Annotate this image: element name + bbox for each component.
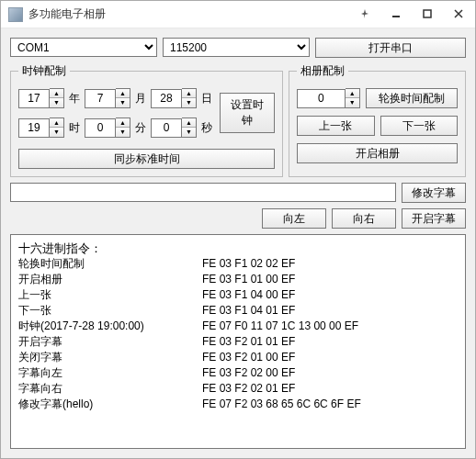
open-album-button[interactable]: 开启相册 [297,143,458,163]
log-line: 开启字幕FE 03 F2 01 01 EF [18,334,458,350]
subtitle-left-button[interactable]: 向左 [262,208,326,229]
log-line: 关闭字幕FE 03 F2 01 00 EF [18,350,458,365]
clock-legend: 时钟配制 [18,63,70,79]
log-line: 轮换时间配制FE 03 F1 02 02 EF [18,256,458,272]
day-spinner[interactable]: ▲▼ [151,88,197,108]
log-line: 开启相册FE 03 F1 01 00 EF [18,272,458,287]
app-icon [8,7,23,22]
maximize-button[interactable] [418,8,436,21]
month-spinner[interactable]: ▲▼ [85,88,130,108]
log-line: 字幕向左FE 03 F2 02 00 EF [18,365,458,381]
log-line: 时钟(2017-7-28 19:00:00)FE 07 F0 11 07 1C … [18,319,458,334]
album-legend: 相册配制 [297,63,348,79]
log-line: 上一张FE 03 F1 04 00 EF [18,287,458,303]
rotate-time-config-button[interactable]: 轮换时间配制 [366,88,458,108]
down-icon[interactable]: ▼ [50,98,63,107]
svg-rect-0 [392,16,400,17]
log-line: 字幕向右FE 03 F2 02 01 EF [18,381,458,397]
album-index-spinner[interactable]: ▲▼ [297,88,360,108]
log-line: 下一张FE 03 F1 04 01 EF [18,303,458,319]
sync-time-button[interactable]: 同步标准时间 [18,149,275,169]
window-title: 多功能电子相册 [28,6,356,22]
open-port-button[interactable]: 打开串口 [315,38,466,58]
subtitle-input[interactable] [10,183,396,202]
log-line: 修改字幕(hello)FE 07 F2 03 68 65 6C 6C 6F EF [18,397,458,412]
baud-rate-select[interactable]: 115200 [163,38,310,57]
second-spinner[interactable]: ▲▼ [151,118,197,138]
pin-button[interactable] [356,8,374,21]
next-image-button[interactable]: 下一张 [380,116,459,136]
set-clock-button[interactable]: 设置时钟 [220,93,275,133]
hour-spinner[interactable]: ▲▼ [18,118,64,138]
year-spinner[interactable]: ▲▼ [18,88,64,108]
prev-image-button[interactable]: 上一张 [297,116,375,136]
album-config-group: 相册配制 ▲▼ 轮换时间配制 上一张 下一张 开启相册 [289,63,466,177]
svg-rect-1 [424,10,431,17]
minute-spinner[interactable]: ▲▼ [85,118,130,138]
modify-subtitle-button[interactable]: 修改字幕 [402,183,466,203]
log-output: 十六进制指令： 轮换时间配制FE 03 F1 02 02 EF开启相册FE 03… [10,234,466,449]
minimize-button[interactable] [387,8,405,21]
subtitle-right-button[interactable]: 向右 [332,208,396,229]
client-area: COM1 115200 打开串口 时钟配制 ▲▼ 年 ▲▼ 月 [1,28,475,458]
close-button[interactable] [449,8,468,21]
up-icon[interactable]: ▲ [50,89,63,98]
titlebar: 多功能电子相册 [1,1,475,28]
app-window: 多功能电子相册 COM1 115200 打开串口 [0,0,476,459]
com-port-select[interactable]: COM1 [10,38,157,57]
open-subtitle-button[interactable]: 开启字幕 [402,208,466,229]
clock-config-group: 时钟配制 ▲▼ 年 ▲▼ 月 ▲▼ 日 ▲▼ 时 [10,63,283,177]
